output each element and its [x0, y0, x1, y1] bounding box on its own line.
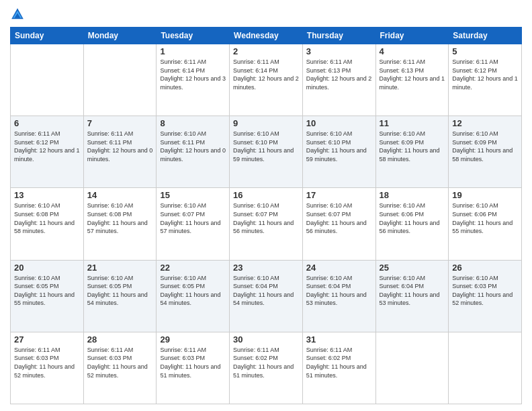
- day-number: 10: [306, 118, 372, 128]
- day-number: 24: [306, 263, 372, 273]
- calendar-cell: 5Sunrise: 6:11 AM Sunset: 6:12 PM Daylig…: [449, 44, 522, 116]
- calendar-cell: [375, 332, 449, 404]
- cell-info: Sunrise: 6:10 AM Sunset: 6:04 PM Dayligh…: [306, 274, 372, 308]
- cell-info: Sunrise: 6:10 AM Sunset: 6:04 PM Dayligh…: [233, 274, 299, 308]
- cell-info: Sunrise: 6:11 AM Sunset: 6:12 PM Dayligh…: [14, 130, 80, 163]
- calendar-week-row: 1Sunrise: 6:11 AM Sunset: 6:14 PM Daylig…: [11, 44, 522, 116]
- header-friday: Friday: [375, 28, 449, 44]
- cell-info: Sunrise: 6:11 AM Sunset: 6:11 PM Dayligh…: [87, 130, 153, 163]
- header-saturday: Saturday: [449, 28, 522, 44]
- day-number: 17: [306, 190, 372, 200]
- cell-info: Sunrise: 6:10 AM Sunset: 6:05 PM Dayligh…: [14, 274, 80, 308]
- cell-info: Sunrise: 6:10 AM Sunset: 6:06 PM Dayligh…: [452, 201, 518, 235]
- calendar-cell: 13Sunrise: 6:10 AM Sunset: 6:08 PM Dayli…: [11, 188, 84, 260]
- cell-info: Sunrise: 6:11 AM Sunset: 6:14 PM Dayligh…: [233, 58, 299, 91]
- cell-info: Sunrise: 6:10 AM Sunset: 6:04 PM Dayligh…: [380, 274, 445, 308]
- calendar-week-row: 20Sunrise: 6:10 AM Sunset: 6:05 PM Dayli…: [11, 260, 522, 332]
- cell-info: Sunrise: 6:10 AM Sunset: 6:05 PM Dayligh…: [160, 274, 226, 308]
- day-number: 28: [87, 334, 153, 345]
- calendar-cell: [83, 44, 157, 116]
- calendar-cell: 11Sunrise: 6:10 AM Sunset: 6:09 PM Dayli…: [375, 116, 449, 188]
- header-monday: Monday: [83, 28, 157, 44]
- day-number: 23: [233, 263, 299, 273]
- cell-info: Sunrise: 6:10 AM Sunset: 6:06 PM Dayligh…: [380, 201, 445, 235]
- cell-info: Sunrise: 6:11 AM Sunset: 6:13 PM Dayligh…: [306, 58, 372, 91]
- calendar-cell: 21Sunrise: 6:10 AM Sunset: 6:05 PM Dayli…: [83, 260, 157, 332]
- header-tuesday: Tuesday: [157, 28, 230, 44]
- calendar-cell: 15Sunrise: 6:10 AM Sunset: 6:07 PM Dayli…: [157, 188, 230, 260]
- cell-info: Sunrise: 6:10 AM Sunset: 6:10 PM Dayligh…: [306, 130, 372, 163]
- cell-info: Sunrise: 6:10 AM Sunset: 6:10 PM Dayligh…: [233, 130, 299, 163]
- day-number: 13: [14, 190, 80, 200]
- calendar-cell: 31Sunrise: 6:11 AM Sunset: 6:02 PM Dayli…: [302, 332, 375, 404]
- cell-info: Sunrise: 6:10 AM Sunset: 6:08 PM Dayligh…: [14, 201, 80, 235]
- header-wednesday: Wednesday: [230, 28, 303, 44]
- cell-info: Sunrise: 6:10 AM Sunset: 6:09 PM Dayligh…: [380, 130, 445, 163]
- calendar-cell: 3Sunrise: 6:11 AM Sunset: 6:13 PM Daylig…: [302, 44, 375, 116]
- calendar-cell: 29Sunrise: 6:11 AM Sunset: 6:03 PM Dayli…: [157, 332, 230, 404]
- calendar-week-row: 13Sunrise: 6:10 AM Sunset: 6:08 PM Dayli…: [11, 188, 522, 260]
- calendar-cell: 26Sunrise: 6:10 AM Sunset: 6:03 PM Dayli…: [449, 260, 522, 332]
- calendar-cell: 23Sunrise: 6:10 AM Sunset: 6:04 PM Dayli…: [230, 260, 303, 332]
- cell-info: Sunrise: 6:11 AM Sunset: 6:02 PM Dayligh…: [306, 346, 372, 379]
- day-number: 3: [306, 46, 372, 56]
- day-number: 26: [452, 263, 518, 273]
- calendar-cell: 20Sunrise: 6:10 AM Sunset: 6:05 PM Dayli…: [11, 260, 84, 332]
- day-number: 4: [380, 46, 445, 56]
- day-number: 15: [160, 190, 226, 200]
- cell-info: Sunrise: 6:11 AM Sunset: 6:13 PM Dayligh…: [380, 58, 445, 91]
- cell-info: Sunrise: 6:10 AM Sunset: 6:07 PM Dayligh…: [306, 201, 372, 235]
- day-number: 6: [14, 118, 80, 128]
- cell-info: Sunrise: 6:11 AM Sunset: 6:03 PM Dayligh…: [14, 346, 80, 379]
- cell-info: Sunrise: 6:10 AM Sunset: 6:08 PM Dayligh…: [87, 201, 153, 235]
- calendar-cell: 2Sunrise: 6:11 AM Sunset: 6:14 PM Daylig…: [230, 44, 303, 116]
- header-thursday: Thursday: [302, 28, 375, 44]
- cell-info: Sunrise: 6:11 AM Sunset: 6:03 PM Dayligh…: [87, 346, 153, 379]
- day-number: 25: [380, 263, 445, 273]
- page: Sunday Monday Tuesday Wednesday Thursday…: [0, 0, 532, 411]
- calendar-cell: 30Sunrise: 6:11 AM Sunset: 6:02 PM Dayli…: [230, 332, 303, 404]
- cell-info: Sunrise: 6:10 AM Sunset: 6:11 PM Dayligh…: [160, 130, 226, 163]
- calendar-cell: 19Sunrise: 6:10 AM Sunset: 6:06 PM Dayli…: [449, 188, 522, 260]
- calendar-header-row: Sunday Monday Tuesday Wednesday Thursday…: [11, 28, 522, 44]
- day-number: 18: [380, 190, 445, 200]
- day-number: 16: [233, 190, 299, 200]
- cell-info: Sunrise: 6:10 AM Sunset: 6:05 PM Dayligh…: [87, 274, 153, 308]
- calendar-cell: 28Sunrise: 6:11 AM Sunset: 6:03 PM Dayli…: [83, 332, 157, 404]
- day-number: 8: [160, 118, 226, 128]
- calendar-cell: 22Sunrise: 6:10 AM Sunset: 6:05 PM Dayli…: [157, 260, 230, 332]
- cell-info: Sunrise: 6:10 AM Sunset: 6:09 PM Dayligh…: [452, 130, 518, 163]
- calendar-cell: 14Sunrise: 6:10 AM Sunset: 6:08 PM Dayli…: [83, 188, 157, 260]
- day-number: 20: [14, 263, 80, 273]
- calendar-cell: 27Sunrise: 6:11 AM Sunset: 6:03 PM Dayli…: [11, 332, 84, 404]
- day-number: 7: [87, 118, 153, 128]
- cell-info: Sunrise: 6:10 AM Sunset: 6:07 PM Dayligh…: [160, 201, 226, 235]
- calendar-cell: 1Sunrise: 6:11 AM Sunset: 6:14 PM Daylig…: [157, 44, 230, 116]
- logo: [10, 7, 28, 21]
- day-number: 14: [87, 190, 153, 200]
- header: [10, 7, 522, 21]
- day-number: 30: [233, 334, 299, 345]
- day-number: 12: [452, 118, 518, 128]
- calendar-cell: 18Sunrise: 6:10 AM Sunset: 6:06 PM Dayli…: [375, 188, 449, 260]
- calendar-cell: 4Sunrise: 6:11 AM Sunset: 6:13 PM Daylig…: [375, 44, 449, 116]
- calendar-cell: 6Sunrise: 6:11 AM Sunset: 6:12 PM Daylig…: [11, 116, 84, 188]
- calendar-week-row: 27Sunrise: 6:11 AM Sunset: 6:03 PM Dayli…: [11, 332, 522, 404]
- cell-info: Sunrise: 6:11 AM Sunset: 6:03 PM Dayligh…: [160, 346, 226, 379]
- calendar-cell: 9Sunrise: 6:10 AM Sunset: 6:10 PM Daylig…: [230, 116, 303, 188]
- day-number: 31: [306, 334, 372, 345]
- header-sunday: Sunday: [11, 28, 84, 44]
- cell-info: Sunrise: 6:10 AM Sunset: 6:07 PM Dayligh…: [233, 201, 299, 235]
- calendar-cell: [11, 44, 84, 116]
- day-number: 19: [452, 190, 518, 200]
- day-number: 5: [452, 46, 518, 56]
- calendar-cell: 17Sunrise: 6:10 AM Sunset: 6:07 PM Dayli…: [302, 188, 375, 260]
- day-number: 2: [233, 46, 299, 56]
- day-number: 27: [14, 334, 80, 345]
- calendar-cell: [449, 332, 522, 404]
- day-number: 22: [160, 263, 226, 273]
- day-number: 21: [87, 263, 153, 273]
- calendar-cell: 24Sunrise: 6:10 AM Sunset: 6:04 PM Dayli…: [302, 260, 375, 332]
- cell-info: Sunrise: 6:11 AM Sunset: 6:14 PM Dayligh…: [160, 58, 226, 91]
- day-number: 29: [160, 334, 226, 345]
